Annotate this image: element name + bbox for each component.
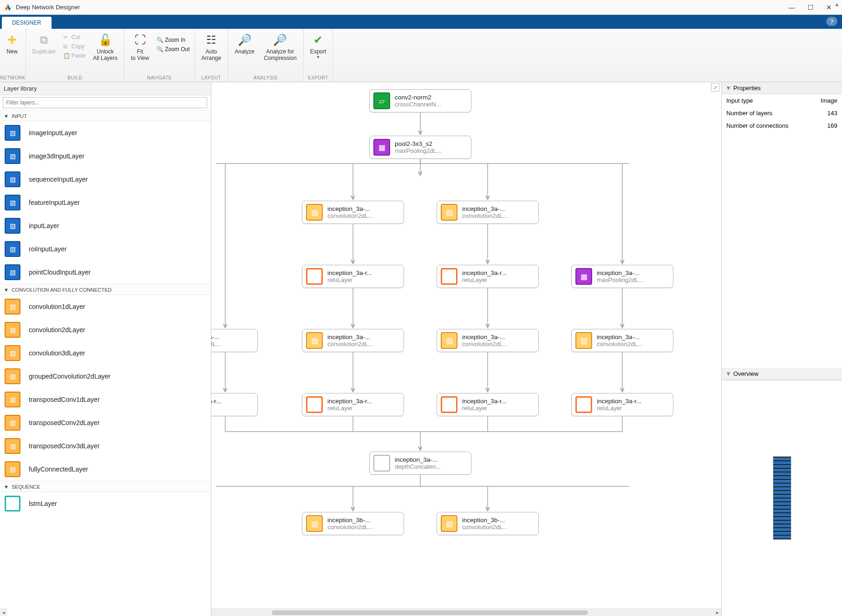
- arrange-icon: ☷: [206, 33, 216, 47]
- layer-item[interactable]: ▧image3dInputLayer: [0, 144, 211, 168]
- auto-l1: Auto: [206, 48, 217, 55]
- node-r5a[interactable]: ▧inception_3b-...convolution2dL...: [302, 512, 404, 535]
- property-row: Number of connections169: [722, 119, 842, 132]
- node-r4a[interactable]: ◺inception_3a-r...reluLayer: [302, 393, 404, 416]
- layer-item[interactable]: ▧imageInputLayer: [0, 121, 211, 144]
- layer-type-icon: ▧: [5, 496, 20, 511]
- section-input[interactable]: ▼INPUT: [0, 110, 211, 121]
- matlab-logo-icon: [4, 3, 12, 12]
- node-r1b[interactable]: ▧inception_3a-...convolution2dL...: [437, 201, 539, 224]
- overview-header[interactable]: ▼Overview: [722, 368, 842, 380]
- layer-library-scroll[interactable]: ▼INPUT ▧imageInputLayer▧image3dInputLaye…: [0, 110, 211, 616]
- layer-item[interactable]: ▧convolution3dLayer: [0, 341, 211, 365]
- chevron-down-icon: ▼: [4, 113, 9, 119]
- layer-item[interactable]: ▧fullyConnectedLayer: [0, 458, 211, 481]
- section-conv[interactable]: ▼CONVOLUTION AND FULLY CONNECTED: [0, 284, 211, 295]
- layer-item[interactable]: ▧sequenceInputLayer: [0, 168, 211, 191]
- node-r3a[interactable]: ▧inception_3a-...convolution2dL...: [302, 329, 404, 352]
- analyze-compress-button[interactable]: 🔎 Analyze for Compression: [259, 31, 301, 61]
- layer-item-label: transposedConv3dLayer: [29, 442, 100, 450]
- copy-icon: ⧉: [63, 43, 72, 50]
- check-icon: ✔: [313, 33, 323, 47]
- layer-item-label: transposedConv1dLayer: [29, 396, 100, 403]
- relu-layer-icon: ◺: [306, 268, 323, 285]
- node-r1a[interactable]: ▧inception_3a-...convolution2dL...: [302, 201, 404, 224]
- unlock-layers-button[interactable]: 🔓 Unlock All Layers: [88, 31, 122, 61]
- layer-type-icon: ▧: [5, 415, 20, 431]
- node-r2a[interactable]: ◺inception_3a-r...reluLayer: [302, 265, 404, 288]
- layer-type-icon: ▧: [5, 438, 20, 454]
- node-r3b[interactable]: ▧inception_3a-...convolution2dL...: [437, 329, 539, 352]
- fit-view-button[interactable]: ⛶ Fit to View: [126, 31, 154, 61]
- analyze-button[interactable]: 🔎 Analyze: [230, 31, 259, 55]
- collapse-toolstrip-icon[interactable]: ▴: [833, 1, 841, 9]
- layer-type-icon: ▧: [5, 171, 20, 187]
- canvas-hscrollbar[interactable]: ▸: [211, 609, 721, 616]
- zoom-in-button[interactable]: 🔍Zoom In: [154, 35, 192, 45]
- layer-item[interactable]: ▧transposedConv3dLayer: [0, 434, 211, 458]
- conv-layer-icon: ▧: [306, 515, 323, 532]
- node-r5b[interactable]: ▧inception_3b-...convolution2dL...: [437, 512, 539, 535]
- property-key: Number of connections: [726, 122, 789, 129]
- layer-item[interactable]: ▧featureInputLayer: [0, 191, 211, 214]
- tab-designer[interactable]: DESIGNER: [2, 17, 52, 29]
- layer-item[interactable]: ▧lstmLayer: [0, 492, 211, 515]
- layer-item[interactable]: ▧convolution2dLayer: [0, 318, 211, 341]
- node-r3z[interactable]: ▧ption_3a-...olution2dL...: [211, 329, 258, 352]
- node-conv2-norm2[interactable]: ▱conv2-norm2crossChannelN...: [369, 89, 471, 112]
- node-r4z[interactable]: ◺ption_3a-r...Layer: [211, 393, 258, 416]
- pool-layer-icon: ▦: [575, 268, 592, 285]
- layer-item[interactable]: ▧pointCloudInputLayer: [0, 261, 211, 284]
- layer-item[interactable]: ▧transposedConv2dLayer: [0, 411, 211, 434]
- hscroll-left-arrow[interactable]: ◂: [0, 609, 7, 616]
- layer-item-label: transposedConv2dLayer: [29, 419, 100, 426]
- layer-type-icon: ▧: [5, 345, 20, 361]
- layer-item[interactable]: ▧transposedConv1dLayer: [0, 388, 211, 411]
- minimize-button[interactable]: —: [783, 1, 801, 14]
- node-r2c[interactable]: ▦inception_3a-...maxPooling2dL...: [571, 265, 673, 288]
- layer-item-label: image3dInputLayer: [29, 152, 85, 160]
- new-button[interactable]: ✚ New: [2, 31, 22, 55]
- hscroll-thumb[interactable]: [272, 610, 588, 615]
- compress-l2: Compression: [264, 55, 297, 61]
- node-r4b[interactable]: ◺inception_3a-r...reluLayer: [437, 393, 539, 416]
- properties-header[interactable]: ▼Properties: [722, 82, 842, 94]
- fit-icon: ⛶: [135, 33, 146, 47]
- unlock-l2: All Layers: [93, 55, 117, 61]
- node-concat[interactable]: ▣inception_3a-...depthConcaten...: [369, 452, 471, 475]
- zoom-out-button[interactable]: 🔍Zoom Out: [154, 45, 192, 54]
- node-r3c[interactable]: ▧inception_3a-...convolution2dL...: [571, 329, 673, 352]
- overview-thumbnail[interactable]: [722, 380, 842, 616]
- layer-type-icon: ▧: [5, 368, 20, 384]
- section-sequence[interactable]: ▼SEQUENCE: [0, 481, 211, 492]
- layer-item[interactable]: ▧convolution1dLayer: [0, 295, 211, 318]
- layer-type-icon: ▧: [5, 218, 20, 234]
- help-icon[interactable]: ?: [826, 17, 837, 26]
- layer-type-icon: ▧: [5, 125, 20, 141]
- duplicate-icon: ⧉: [40, 33, 48, 47]
- fit-l2: to View: [131, 55, 149, 61]
- layer-type-icon: ▧: [5, 241, 20, 257]
- node-r2b[interactable]: ◺inception_3a-r...reluLayer: [437, 265, 539, 288]
- layer-item[interactable]: ▧inputLayer: [0, 214, 211, 237]
- node-r4c[interactable]: ◺inception_3a-r...reluLayer: [571, 393, 673, 416]
- auto-arrange-button[interactable]: ☷ Auto Arrange: [197, 31, 226, 61]
- zoom-out-icon: 🔍: [157, 46, 165, 52]
- hscroll-right-arrow[interactable]: ▸: [714, 609, 721, 616]
- layer-item-label: imageInputLayer: [29, 129, 77, 137]
- property-value: 169: [827, 122, 837, 129]
- layer-type-icon: ▧: [5, 392, 20, 407]
- layer-library-panel: Layer library ▼INPUT ▧imageInputLayer▧im…: [0, 82, 211, 616]
- maximize-button[interactable]: ☐: [801, 1, 820, 14]
- filter-layers-input[interactable]: [3, 97, 207, 108]
- norm-layer-icon: ▱: [373, 92, 390, 109]
- layer-item[interactable]: ▧groupedConvolution2dLayer: [0, 365, 211, 388]
- node-pool2[interactable]: ▦pool2-3x3_s2maxPooling2dL...: [369, 136, 471, 159]
- property-key: Number of layers: [726, 110, 772, 117]
- layer-type-icon: ▧: [5, 322, 20, 338]
- export-button[interactable]: ✔ Export ▼: [306, 31, 331, 59]
- conv-layer-icon: ▧: [575, 332, 592, 349]
- layer-item[interactable]: ▧roiInputLayer: [0, 237, 211, 261]
- layer-item-label: convolution1dLayer: [29, 303, 85, 310]
- design-canvas[interactable]: ⤢: [211, 82, 721, 616]
